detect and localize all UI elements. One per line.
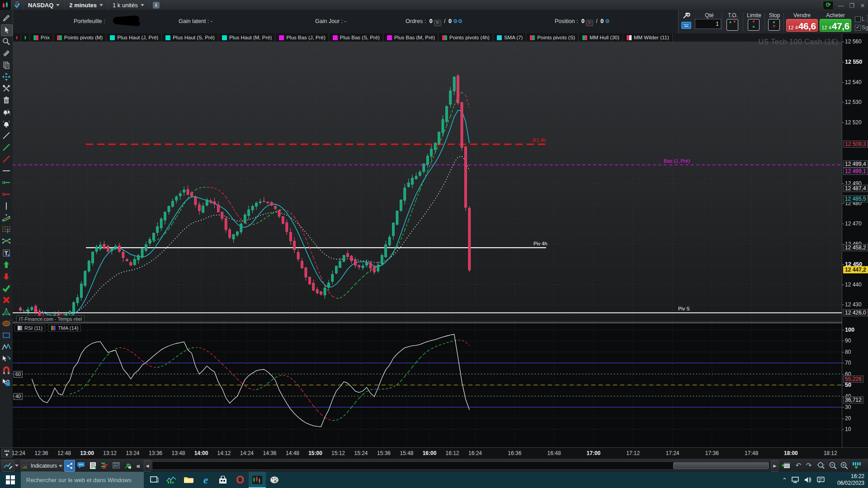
alarm-icon[interactable] [1,118,12,129]
tray-chevron-up-icon[interactable]: ⌃ [782,477,787,483]
channel-icon[interactable] [1,212,12,223]
cursor-icon[interactable] [1,24,13,36]
wrench-icon[interactable] [682,13,690,20]
rsi-legend-item[interactable]: TMA (14) [48,324,81,332]
tools-icon[interactable] [1,83,12,94]
scroll-right-button[interactable]: ▶ [771,460,778,472]
to-order-icon[interactable]: ▲▼ [726,19,738,31]
legend-item-plus-haut-j-pr-[interactable]: Plus Haut (J, Pré) [106,33,162,42]
close-button[interactable]: ✕ [859,2,866,9]
legend-item-points-pivots-4h-[interactable]: Points pivots (4h) [439,33,493,42]
magnifier-icon[interactable] [1,36,12,47]
chart-window-icon[interactable] [111,460,121,471]
volume-icon[interactable] [804,477,812,483]
legend-item-prix[interactable]: Prix [30,33,53,42]
limit-checkbox[interactable] [855,16,861,22]
buy-button[interactable]: 12 447,6 [820,19,851,32]
ruler-icon[interactable] [1,48,12,59]
chart-style-caret-icon[interactable] [14,460,19,471]
trendline-red-icon[interactable] [1,154,12,164]
hline-white-icon[interactable] [1,165,12,176]
stop-order-icon[interactable]: ▲▼ [768,19,780,31]
redo-icon[interactable]: ↷ [804,460,813,471]
segment-red-icon[interactable] [1,189,12,200]
timeframe-selector[interactable]: 2 minutes [65,0,108,10]
legend-item-points-pivots-m-[interactable]: Points pivots (M) [53,33,107,42]
chart-scrollbar[interactable] [152,461,770,470]
undo-icon[interactable]: ↶ [794,460,803,471]
legend-item-plus-haut-m-pr-[interactable]: Plus Haut (M, Pré) [218,33,276,42]
chart-settings-icon[interactable] [123,460,133,471]
legend-item-mm-hull-30-[interactable]: MM Hull (30) [579,33,623,42]
trading-app-icon[interactable] [249,472,266,488]
taskbar-clock[interactable]: 16:22 06/02/2023 [837,473,864,487]
scroll-left-button[interactable]: ◀ [144,460,151,472]
limit-order-icon[interactable]: ▼▲ [748,19,760,31]
export-icon[interactable]: ⬇ [13,33,21,42]
rectangle-icon[interactable] [1,330,12,341]
restore-button[interactable]: ❐ [848,2,855,9]
keyboard-icon[interactable] [681,22,691,29]
collapse-icon[interactable]: « [135,460,142,471]
alarm-add-icon[interactable] [1,107,12,117]
zigzag-icon[interactable] [1,342,12,352]
move-icon[interactable] [1,71,12,82]
segment-green-icon[interactable] [1,177,12,188]
ellipse-icon[interactable] [1,318,12,329]
news-icon[interactable] [88,460,98,471]
trendline-green-icon[interactable] [1,142,12,153]
info-icon[interactable]: i [153,2,160,9]
minimize-button[interactable]: — [837,2,844,9]
store-icon[interactable] [214,472,231,488]
rsi-legend-item[interactable]: RSI (11) [14,324,45,332]
legend-item-mm-wilder-11-[interactable]: MM Wilder (11) [623,33,673,42]
chart-scrollbar-thumb[interactable] [673,462,769,469]
zoom-fit-icon[interactable] [816,460,826,471]
trendline-white-icon[interactable] [1,130,12,141]
legend-item-points-pivots-s-[interactable]: Points pivots (S) [526,33,579,42]
zoom-in-icon[interactable] [839,460,849,471]
pitchfork-icon[interactable] [1,236,12,247]
rsi-chart-panel[interactable]: RSI (11)TMA (14) 60 40 [13,324,842,447]
legend-item-plus-bas-s-pr-[interactable]: Plus Bas (S, Pré) [329,33,383,42]
quantity-input[interactable] [695,19,721,29]
units-selector[interactable]: 1 k unités [108,0,149,10]
time-axis[interactable]: •••▾ 12:2412:3612:4813:0013:1213:2413:36… [0,447,868,459]
goto-date-icon[interactable] [780,460,791,471]
opera-icon[interactable]: O [231,472,249,488]
text-icon[interactable]: T [1,248,12,258]
zoom-out-icon[interactable] [828,460,838,471]
toolbar-overflow-icon[interactable]: •••▾ [1,449,13,458]
network-icon[interactable] [792,477,800,483]
share-icon[interactable] [64,460,75,472]
arrow-up-icon[interactable] [1,259,12,270]
magnet-icon[interactable] [1,365,12,376]
column-spacing-icon[interactable] [851,460,862,471]
lock-cursor-icon[interactable] [1,377,12,388]
edge-icon[interactable]: e [197,472,214,488]
legend-item-plus-bas-j-pr-[interactable]: Plus Bas (J, Pré) [275,33,329,42]
fibonacci-icon[interactable]: F [1,224,12,235]
copy-icon[interactable] [1,60,12,70]
position-settings-icon[interactable]: ⚙ [605,18,610,24]
start-button[interactable] [0,472,21,488]
indicateurs-button[interactable]: Indicateurs [21,460,63,472]
close-position-icon[interactable]: ✕ [586,20,593,26]
chart-style-icon[interactable] [2,460,14,472]
sell-button[interactable]: 12 446,6 [786,19,818,32]
price-axis[interactable]: 12 56012 55012 54012 53012 52012 49012 4… [842,33,868,458]
check-icon[interactable] [1,283,12,294]
explorer-icon[interactable] [180,472,197,488]
notifications-icon[interactable] [817,477,825,483]
arrow-down-icon[interactable] [1,271,12,282]
comment-icon[interactable] [76,460,86,471]
chart-app-icon[interactable] [163,472,180,488]
paint-icon[interactable] [266,472,283,488]
cancel-orders-icon[interactable]: ✕ [434,20,441,26]
rotate-cursor-icon[interactable] [1,353,12,364]
import-icon[interactable]: ⬆ [21,33,30,42]
vline-white-icon[interactable] [1,201,12,211]
orderbook-icon[interactable] [99,460,109,471]
main-chart-panel[interactable]: US Tech 100 Cash (1€) R1 4h Bas (J, Pré)… [13,42,842,322]
refresh-icon[interactable]: ⟳ [823,1,834,10]
